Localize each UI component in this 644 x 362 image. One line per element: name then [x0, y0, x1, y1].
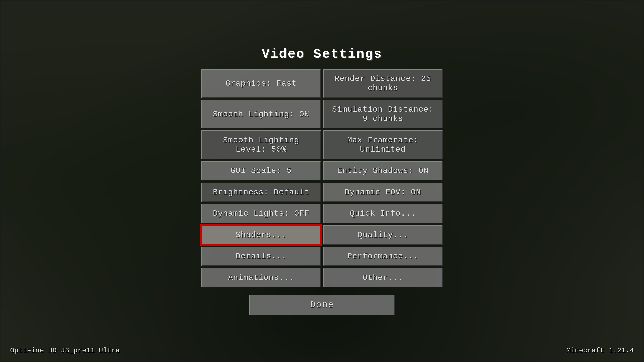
dynamic-fov-button[interactable]: Dynamic FOV: ON [323, 183, 443, 202]
brightness-button[interactable]: Brightness: Default [201, 183, 321, 202]
minecraft-version: Minecraft 1.21.4 [566, 347, 634, 354]
smooth-lighting-button[interactable]: Smooth Lighting: ON [201, 100, 321, 128]
entity-shadows-button[interactable]: Entity Shadows: ON [323, 161, 443, 180]
details-button[interactable]: Details... [201, 247, 321, 266]
page-title: Video Settings [262, 47, 382, 62]
optifine-version: OptiFine HD J3_pre11 Ultra [10, 347, 120, 354]
animations-button[interactable]: Animations... [201, 268, 321, 287]
performance-button[interactable]: Performance... [323, 247, 443, 266]
done-button[interactable]: Done [249, 295, 395, 315]
smooth-lighting-level-button[interactable]: Smooth Lighting Level: 50% [201, 130, 321, 159]
settings-grid: Graphics: FastRender Distance: 25 chunks… [201, 69, 443, 287]
dynamic-lights-button[interactable]: Dynamic Lights: OFF [201, 204, 321, 223]
simulation-distance-button[interactable]: Simulation Distance: 9 chunks [323, 100, 443, 128]
max-framerate-button[interactable]: Max Framerate: Unlimited [323, 130, 443, 159]
quality-button[interactable]: Quality... [323, 225, 443, 245]
graphics-button[interactable]: Graphics: Fast [201, 69, 321, 98]
shaders-button[interactable]: Shaders... [201, 225, 321, 245]
gui-scale-button[interactable]: GUI Scale: 5 [201, 161, 321, 180]
settings-container: Video Settings Graphics: FastRender Dist… [201, 47, 443, 315]
quick-info-button[interactable]: Quick Info... [323, 204, 443, 223]
other-button[interactable]: Other... [323, 268, 443, 287]
render-distance-button[interactable]: Render Distance: 25 chunks [323, 69, 443, 98]
